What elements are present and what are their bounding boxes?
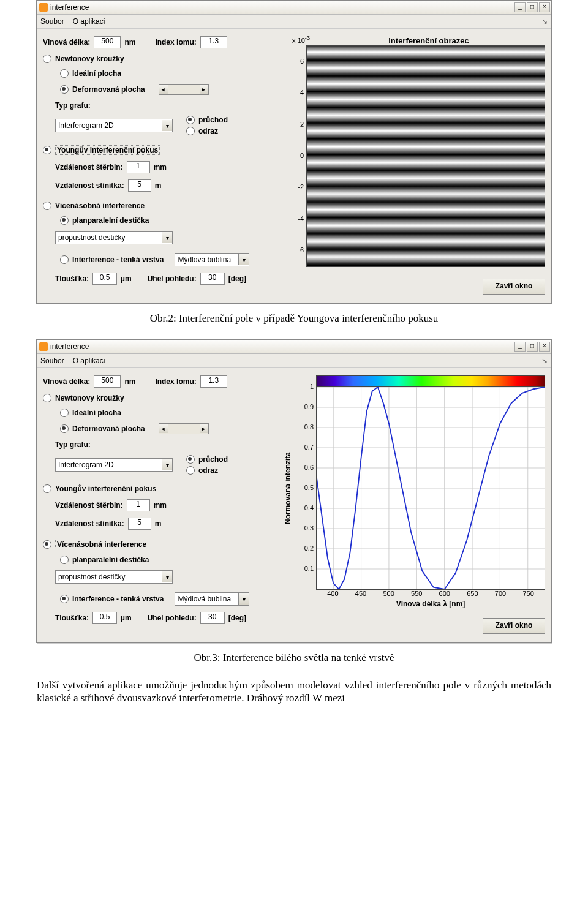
graphtype-value: Interferogram 2D	[56, 121, 162, 130]
titlebar[interactable]: interference _ □ ×	[37, 1, 551, 15]
angle-input[interactable]: 30	[200, 273, 225, 285]
chart1-yaxis: 6420-2-4-6	[282, 45, 306, 266]
wavelength-input[interactable]: 500	[94, 375, 121, 388]
chart-panel-1: x 10-3 Interferenční obrazec 6420-2-4-6	[276, 36, 545, 295]
minimize-button[interactable]: _	[514, 342, 526, 352]
radio-deformed[interactable]	[60, 85, 69, 94]
radio-thinfilm[interactable]	[60, 595, 69, 603]
radio-newton[interactable]	[43, 55, 51, 63]
thickness-unit: µm	[121, 274, 132, 283]
menu-corner-icon: ↘	[541, 17, 548, 26]
wavelength-unit: nm	[124, 377, 135, 386]
slit-dist-label: Vzdálenost štěrbin:	[55, 501, 123, 510]
radio-ideal[interactable]	[60, 409, 69, 417]
index-label: Index lomu:	[155, 38, 196, 47]
line-chart-svg	[317, 387, 545, 589]
radio-transmission[interactable]	[186, 455, 195, 464]
radio-reflection[interactable]	[186, 466, 195, 475]
screen-dist-label: Vzdálenost stínítka:	[55, 519, 124, 528]
slider-left-icon[interactable]: ◂	[159, 85, 168, 94]
menubar: Soubor O aplikaci ↘	[37, 15, 551, 29]
maximize-button[interactable]: □	[527, 2, 538, 12]
deform-slider[interactable]: ◂▸	[159, 423, 209, 434]
wavelength-input[interactable]: 500	[94, 36, 121, 48]
menu-about[interactable]: O aplikaci	[73, 356, 105, 365]
menu-file[interactable]: Soubor	[40, 356, 64, 365]
slider-right-icon[interactable]: ▸	[200, 85, 208, 94]
deformed-label: Deformovaná plocha	[72, 85, 145, 94]
interference-pattern	[306, 45, 545, 267]
radio-young[interactable]	[43, 146, 51, 154]
slit-dist-input[interactable]: 1	[127, 499, 150, 511]
thickness-input[interactable]: 0.5	[92, 273, 117, 285]
multi-label: Vícenásobná interference	[55, 540, 148, 549]
ideal-label: Ideální plocha	[72, 69, 121, 78]
reflection-label: odraz	[198, 127, 218, 135]
thinfilm-label: Interference - tenká vrstva	[72, 595, 164, 603]
index-label: Index lomu:	[155, 377, 196, 386]
minimize-button[interactable]: _	[514, 2, 526, 12]
radio-deformed[interactable]	[60, 424, 69, 433]
angle-input[interactable]: 30	[200, 612, 225, 624]
radio-reflection[interactable]	[186, 127, 195, 135]
young-label: Youngův interferenční pokus	[55, 484, 156, 493]
deformed-label: Deformovaná plocha	[72, 424, 145, 433]
newton-label: Newtonovy kroužky	[55, 55, 124, 63]
index-input[interactable]: 1.3	[200, 36, 227, 48]
graphtype-select[interactable]: Interferogram 2D ▾	[55, 119, 173, 132]
graphtype-label: Typ grafu:	[55, 440, 91, 449]
thinfilm-select[interactable]: Mýdlová bublina ▾	[175, 253, 249, 266]
close-window-button[interactable]: ×	[539, 342, 550, 352]
svg-rect-11	[307, 217, 545, 233]
planparallel-select[interactable]: propustnost destičky ▾	[55, 231, 173, 244]
ideal-label: Ideální plocha	[72, 409, 121, 417]
svg-rect-8	[307, 170, 545, 186]
slit-dist-unit: mm	[154, 501, 167, 510]
thinfilm-select[interactable]: Mýdlová bublina ▾	[175, 592, 249, 606]
radio-young[interactable]	[43, 484, 51, 493]
svg-rect-10	[307, 202, 545, 218]
close-button[interactable]: Zavři okno	[483, 618, 545, 634]
control-panel: Vlnová délka: 500 nm Index lomu: 1.3 New…	[43, 36, 276, 295]
close-button[interactable]: Zavři okno	[483, 279, 545, 295]
thickness-input[interactable]: 0.5	[92, 612, 117, 624]
screen-dist-input[interactable]: 5	[128, 179, 151, 192]
radio-planparallel[interactable]	[60, 556, 69, 564]
radio-multi[interactable]	[43, 540, 51, 549]
spectrum-bar	[316, 375, 545, 386]
slider-left-icon[interactable]: ◂	[159, 424, 168, 433]
radio-transmission[interactable]	[186, 116, 195, 124]
app-icon	[39, 342, 48, 351]
svg-rect-6	[307, 139, 545, 155]
paragraph: Další vytvořená aplikace umožňuje jednod…	[0, 679, 588, 729]
menu-corner-icon: ↘	[541, 356, 548, 365]
angle-label: Uhel pohledu:	[148, 274, 197, 283]
slit-dist-input[interactable]: 1	[127, 161, 150, 173]
screen-dist-unit: m	[155, 181, 162, 190]
index-input[interactable]: 1.3	[200, 375, 227, 388]
angle-label: Uhel pohledu:	[148, 614, 197, 622]
chart2-xlabel: Vlnová délka λ [nm]	[316, 600, 545, 608]
close-window-button[interactable]: ×	[539, 2, 550, 12]
chevron-down-icon: ▾	[162, 120, 172, 131]
radio-planparallel[interactable]	[60, 216, 69, 225]
wavelength-unit: nm	[124, 38, 135, 47]
radio-ideal[interactable]	[60, 69, 69, 78]
caption-2: Obr.3: Interference bílého světla na ten…	[0, 652, 588, 664]
deform-slider[interactable]: ◂▸	[159, 84, 209, 95]
slider-right-icon[interactable]: ▸	[200, 424, 208, 433]
radio-thinfilm[interactable]	[60, 255, 69, 264]
screen-dist-input[interactable]: 5	[128, 518, 151, 530]
maximize-button[interactable]: □	[527, 342, 538, 352]
chart2-yaxis: 10.90.80.70.60.50.40.30.20.1	[294, 386, 316, 589]
svg-rect-9	[307, 186, 545, 202]
thickness-unit: µm	[121, 614, 132, 622]
planparallel-select[interactable]: propustnost destičky ▾	[55, 570, 173, 584]
window-title: interference	[50, 3, 89, 12]
titlebar[interactable]: interference _ □ ×	[37, 340, 551, 354]
menu-file[interactable]: Soubor	[40, 17, 64, 26]
menu-about[interactable]: O aplikaci	[73, 17, 105, 26]
graphtype-select[interactable]: Interferogram 2D ▾	[55, 458, 173, 472]
radio-newton[interactable]	[43, 394, 51, 402]
radio-multi[interactable]	[43, 202, 51, 210]
